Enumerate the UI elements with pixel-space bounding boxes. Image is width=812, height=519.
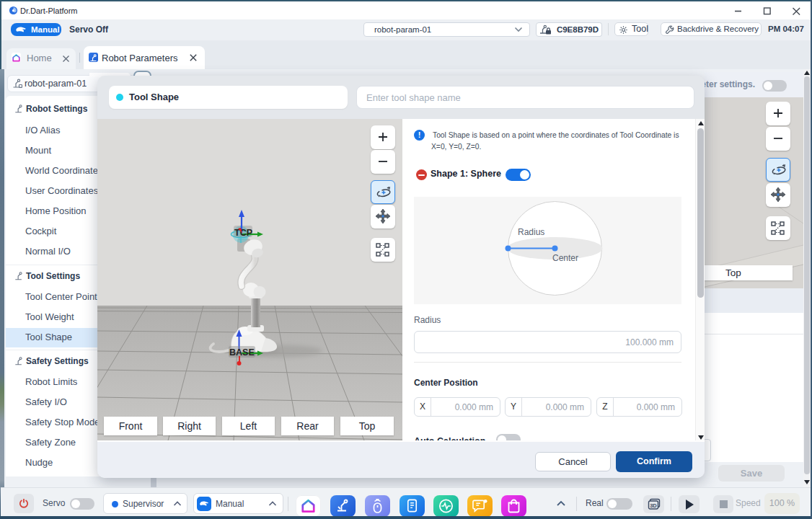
svg-text:Center: Center	[552, 253, 578, 263]
svg-text:BASE: BASE	[229, 347, 255, 358]
svg-text:Radius: Radius	[518, 227, 544, 237]
svg-text:TCP: TCP	[234, 228, 252, 238]
svg-text:3D: 3D	[650, 502, 657, 509]
